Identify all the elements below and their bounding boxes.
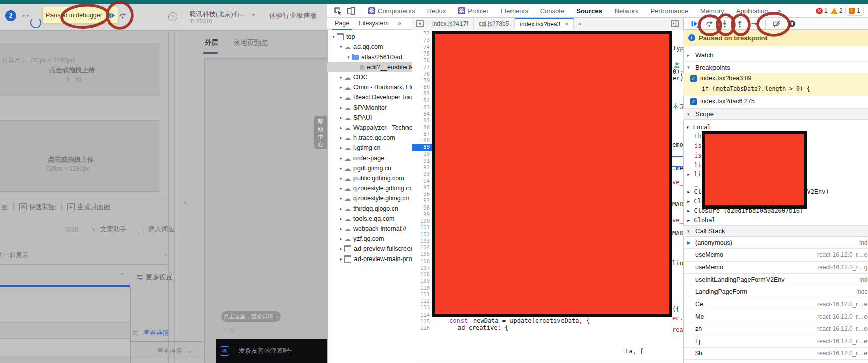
tree-expand-arrow[interactable]: ▸ bbox=[338, 125, 344, 130]
tree-item[interactable]: ▸ React Developer Tools bbox=[327, 92, 412, 102]
devtools-tab[interactable]: Elements bbox=[494, 7, 534, 15]
view-detail-link[interactable]: 查看详情 bbox=[143, 329, 169, 336]
line-number[interactable]: 77 bbox=[412, 64, 433, 70]
callstack-frame[interactable]: zh react-16.12.0_r…e= bbox=[683, 323, 868, 335]
callstack-frame[interactable]: useInitLandingPageFormV2Env inde bbox=[683, 274, 868, 286]
tree-item[interactable]: ▸ webpack-internal:// bbox=[327, 224, 412, 234]
callstack-frame[interactable]: LandingPageForm index bbox=[683, 286, 868, 298]
breakpoints-section-header[interactable]: ▾ Breakpoints bbox=[683, 62, 868, 73]
scope-row[interactable]: ▸ Global bbox=[687, 217, 716, 224]
step-into-icon[interactable] bbox=[718, 18, 731, 30]
devtools-tab[interactable]: Console bbox=[534, 7, 571, 15]
tree-expand-arrow[interactable]: ▸ bbox=[338, 135, 344, 140]
deactivate-breakpoints-icon[interactable] bbox=[770, 18, 783, 30]
callstack-frame[interactable]: useMemo react-16.12.0_r…ge bbox=[683, 262, 868, 274]
help-center-tab[interactable]: 帮 助 中 心 bbox=[314, 116, 327, 149]
tree-item[interactable]: ▸ Omni - Bookmark, History, & bbox=[327, 82, 412, 92]
line-number[interactable]: 81 bbox=[412, 90, 433, 97]
breakpoint-entry[interactable]: ✓ index.tsx?dac6:275 bbox=[683, 96, 868, 108]
scope-section-header[interactable]: ▾ Scope bbox=[683, 108, 868, 120]
tree-item[interactable]: ▾ atlas/25610/ad bbox=[327, 52, 412, 62]
copywriter-button[interactable]: 文案助手 bbox=[100, 225, 126, 234]
line-number[interactable]: 95 bbox=[412, 184, 433, 191]
line-number[interactable]: 93 bbox=[412, 171, 433, 177]
dropdown-option[interactable] bbox=[0, 356, 130, 363]
tree-expand-arrow[interactable]: ▸ bbox=[338, 186, 344, 191]
upload-box-video[interactable]: 推荐尺寸: 720px × 1280px) 点击或拖拽上传 9 : 16 bbox=[0, 43, 160, 96]
tree-item[interactable]: edit?__enabledPrivileges bbox=[327, 62, 412, 72]
tree-item[interactable]: ▸ h.trace.qq.com bbox=[327, 133, 412, 143]
line-number[interactable]: 105 bbox=[412, 251, 433, 257]
step-icon[interactable] bbox=[748, 18, 761, 30]
line-number[interactable]: 79 bbox=[412, 77, 433, 84]
callstack-frame[interactable]: Lj react-16.12.0_r…e= bbox=[683, 335, 868, 347]
devtools-tab[interactable]: Network bbox=[608, 7, 645, 15]
scope-row[interactable]: th bbox=[694, 133, 701, 140]
more-navigator-tabs-icon[interactable]: » bbox=[393, 18, 406, 30]
generate-cover-button[interactable]: 生成封面图 bbox=[77, 202, 110, 212]
resume-script-icon[interactable] bbox=[108, 12, 116, 19]
breakpoint-entry[interactable]: ✓ index.tsx?bea3:89 if (metaTabsData?.le… bbox=[683, 73, 868, 96]
tree-expand-arrow[interactable]: ▸ bbox=[338, 166, 344, 171]
file-tab[interactable]: cgi.js?78b5 bbox=[474, 18, 515, 30]
scope-row[interactable]: is bbox=[694, 152, 701, 159]
line-number[interactable]: 76 bbox=[412, 57, 433, 64]
line-number[interactable]: 101 bbox=[412, 224, 433, 231]
callstack-frame[interactable]: useMemo react-16.12.0_r…e= bbox=[683, 249, 868, 261]
tree-expand-arrow[interactable]: ▸ bbox=[338, 105, 344, 110]
tab-landing-preview[interactable]: 落地页预览 bbox=[234, 38, 268, 47]
line-number[interactable]: 102 bbox=[412, 231, 433, 238]
scope-row[interactable]: _ bbox=[694, 180, 698, 187]
scope-row[interactable]: ▾ Local bbox=[686, 124, 711, 131]
tree-item[interactable]: ▸ qzonestyle.gdtimg.com bbox=[327, 183, 412, 193]
line-number[interactable]: 82 bbox=[412, 97, 433, 104]
tab-page[interactable]: Page bbox=[330, 18, 354, 30]
line-number[interactable]: 73 bbox=[412, 37, 433, 43]
line-number[interactable]: 99 bbox=[412, 211, 433, 218]
devtools-tab[interactable]: Components bbox=[362, 7, 421, 15]
line-number[interactable]: 87 bbox=[412, 131, 433, 137]
resume-script-icon[interactable] bbox=[688, 18, 701, 30]
more-settings-button[interactable]: 更多设置 bbox=[136, 272, 172, 282]
close-icon[interactable]: × bbox=[565, 21, 568, 28]
scope-row[interactable]: li bbox=[694, 162, 701, 169]
line-number[interactable]: 111 bbox=[412, 291, 433, 298]
tree-item[interactable]: ▸ ad-preview-fullscreen-data-fl bbox=[327, 244, 412, 254]
insert-keyword-button[interactable]: 插入词包 bbox=[148, 225, 174, 234]
callstack-frame[interactable]: Ce react-16.12.0_r…e= bbox=[683, 298, 868, 310]
tree-item[interactable]: ▸ ODC bbox=[327, 72, 412, 82]
step-over-icon[interactable] bbox=[119, 12, 127, 19]
upload-box-image[interactable]: 点击或拖拽上传 720px × 1280px bbox=[0, 120, 160, 192]
file-tab[interactable]: index.tsx?bea3 × bbox=[515, 18, 574, 30]
tab-filesystem[interactable]: Filesystem bbox=[354, 18, 393, 30]
chevron-up-icon[interactable]: ⌃ bbox=[119, 272, 125, 279]
tree-expand-arrow[interactable]: ▸ bbox=[338, 236, 344, 241]
line-number[interactable]: 113 bbox=[412, 304, 433, 311]
tree-item[interactable]: ▸ i.gtimg.cn bbox=[327, 143, 412, 153]
tree-expand-arrow[interactable]: ▸ bbox=[338, 85, 344, 90]
line-number[interactable]: 90 bbox=[412, 151, 433, 158]
line-number[interactable]: 115 bbox=[412, 318, 433, 325]
devtools-tab[interactable]: Performance bbox=[644, 7, 694, 15]
devtools-tab[interactable]: Redux bbox=[421, 7, 452, 15]
tree-expand-arrow[interactable]: ▾ bbox=[330, 34, 337, 39]
issues-badge[interactable]: ! 1 bbox=[845, 6, 864, 16]
step-over-icon[interactable] bbox=[703, 18, 716, 30]
breakpoint-line-number[interactable]: 89 bbox=[412, 144, 433, 150]
tree-expand-arrow[interactable]: ▾ bbox=[345, 55, 352, 60]
warning-badge[interactable]: 2 bbox=[831, 7, 843, 14]
scope-row[interactable]: is bbox=[694, 142, 701, 149]
line-number[interactable]: 92 bbox=[412, 164, 433, 171]
cta-pill[interactable]: 点击这里，查看详情 › bbox=[221, 311, 281, 322]
line-number[interactable]: 84 bbox=[412, 111, 433, 117]
line-number[interactable]: 72 bbox=[412, 30, 433, 37]
devtools-tab[interactable]: Memory bbox=[694, 7, 730, 15]
line-number[interactable]: 100 bbox=[412, 218, 433, 224]
devtools-tab[interactable]: Profiler bbox=[452, 7, 494, 15]
dropdown-option[interactable] bbox=[0, 338, 130, 356]
tree-item[interactable]: ▸ public.gdtimg.com bbox=[327, 173, 412, 183]
line-number[interactable]: 107 bbox=[412, 265, 433, 271]
line-number[interactable]: 112 bbox=[412, 298, 433, 304]
tree-expand-arrow[interactable]: ▸ bbox=[338, 145, 344, 150]
watch-section-header[interactable]: ▸ Watch bbox=[683, 48, 868, 62]
